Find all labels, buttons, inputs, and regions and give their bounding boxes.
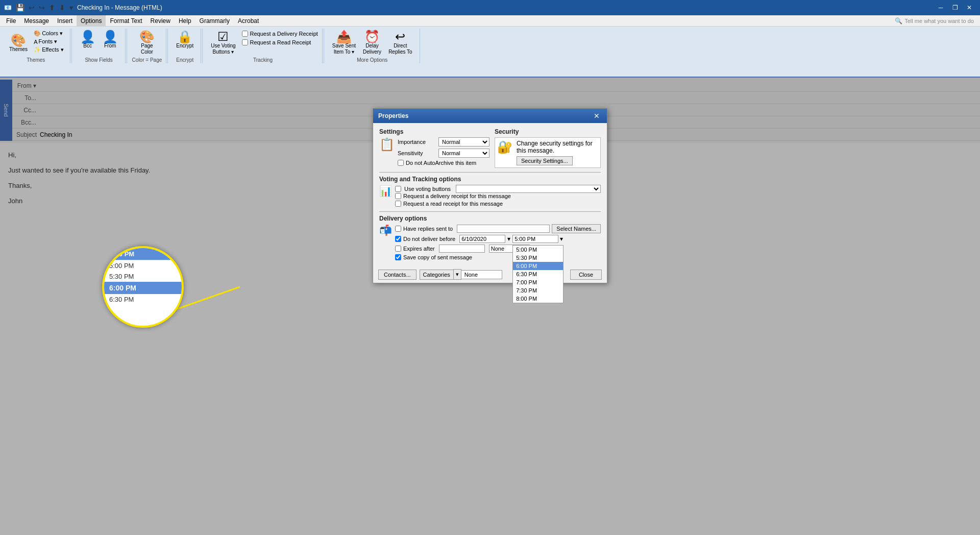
minimize-button[interactable]: ─ <box>934 2 947 13</box>
categories-button[interactable]: Categories <box>420 270 453 280</box>
magnifier: 5:00 PM 5:00 PM 5:30 PM 6:00 PM 6:30 PM <box>102 246 184 328</box>
title-bar-left: 📧 💾 ↩ ↪ ⬆ ⬇ ▾ Checking In - Message (HTM… <box>4 3 162 13</box>
do-not-deliver-label: Do not deliver before <box>403 236 455 242</box>
themes-button[interactable]: 🎨 Themes <box>6 33 31 54</box>
sensitivity-select[interactable]: Normal Personal Private Confidential <box>438 149 489 158</box>
menu-insert[interactable]: Insert <box>53 15 77 26</box>
select-names-button[interactable]: Select Names... <box>552 224 601 233</box>
colors-label: Colors ▾ <box>42 30 63 37</box>
close-button[interactable]: ✕ <box>963 2 976 13</box>
menu-review[interactable]: Review <box>146 15 175 26</box>
security-settings-button[interactable]: Security Settings... <box>517 156 573 165</box>
use-voting-label: Use voting buttons <box>404 186 451 192</box>
effects-button[interactable]: ✨ Effects ▾ <box>32 46 65 54</box>
do-not-deliver-checkbox[interactable] <box>395 236 401 242</box>
dialog-overlay: Properties ✕ Settings 📋 <box>0 78 980 535</box>
encrypt-icon: 🔒 <box>177 31 192 43</box>
contacts-button[interactable]: Contacts... <box>378 270 416 280</box>
menu-acrobat[interactable]: Acrobat <box>234 15 263 26</box>
voting-buttons-select[interactable]: Approve;Reject Yes;No Yes;No;Maybe <box>456 185 601 193</box>
moreoptions-buttons: 📤 Save SentItem To ▾ ⏰ DelayDelivery ↩ D… <box>329 30 415 56</box>
page-color-button[interactable]: 🎨 PageColor <box>136 30 158 56</box>
ribbon-group-pagecolor: 🎨 PageColor Color = Page <box>128 29 167 63</box>
title-bar: 📧 💾 ↩ ↪ ⬆ ⬇ ▾ Checking In - Message (HTM… <box>0 0 980 15</box>
importance-select[interactable]: Normal High Low <box>438 137 489 147</box>
colors-button[interactable]: 🎨 Colors ▾ <box>32 30 65 37</box>
menu-message[interactable]: Message <box>20 15 53 26</box>
encrypt-label: Encrypt <box>176 43 193 49</box>
time-option-630[interactable]: 6:30 PM <box>513 270 563 278</box>
ribbon-group-themes: 🎨 Themes 🎨 Colors ▾ A Fonts ▾ <box>2 29 70 63</box>
up-quick-btn[interactable]: ⬆ <box>48 3 56 13</box>
have-replies-input[interactable] <box>457 225 550 233</box>
do-not-deliver-time-input[interactable] <box>512 235 558 243</box>
compose-window: Send From ▾ To... Cc... Bcc... <box>0 78 980 535</box>
delay-delivery-button[interactable]: ⏰ DelayDelivery <box>360 30 384 56</box>
have-replies-row: Have replies sent to Select Names... <box>395 224 601 233</box>
title-bar-controls: ─ ❐ ✕ <box>934 2 976 13</box>
time-option-800[interactable]: 8:00 PM <box>513 295 563 303</box>
read-receipt-checkbox[interactable] <box>242 39 248 45</box>
down-quick-btn[interactable]: ⬇ <box>58 3 66 13</box>
menu-search[interactable]: 🔍 Tell me what you want to do <box>891 15 978 26</box>
encrypt-button[interactable]: 🔒 Encrypt <box>173 30 197 50</box>
security-content: 🔐 Change security settings for this mess… <box>495 137 601 168</box>
use-voting-button[interactable]: ☑ Use VotingButtons ▾ <box>208 30 238 56</box>
bcc-button[interactable]: 👤 Bcc <box>77 30 99 50</box>
save-sent-icon: 📤 <box>336 31 352 43</box>
voting-title: Voting and Tracking options <box>379 176 601 183</box>
date-dropdown-icon: ▾ <box>507 235 510 242</box>
from-label: From <box>104 43 116 49</box>
save-copy-checkbox[interactable] <box>395 254 401 260</box>
time-option-700[interactable]: 7:00 PM <box>513 278 563 286</box>
delivery-receipt-row[interactable]: Request a Delivery Receipt <box>242 31 318 37</box>
expires-after-row: Expires after <box>395 245 601 253</box>
autoarchive-row: Do not AutoArchive this item <box>398 160 489 166</box>
expires-date-input[interactable] <box>439 245 485 253</box>
use-voting-checkbox[interactable] <box>395 186 401 192</box>
time-option-500[interactable]: 5:00 PM <box>513 246 563 254</box>
menu-format-text[interactable]: Format Text <box>106 15 146 26</box>
themes-icon: 🎨 <box>11 34 26 46</box>
read-receipt-row[interactable]: Request a Read Receipt <box>242 39 318 45</box>
menu-grammarly[interactable]: Grammarly <box>195 15 234 26</box>
time-dropdown-container: 5:00 PM 5:30 PM 6:00 PM 6:30 PM 7:00 PM … <box>512 245 519 263</box>
direct-replies-button[interactable]: ↩ DirectReplies To <box>385 30 415 56</box>
have-replies-checkbox[interactable] <box>395 226 401 232</box>
delivery-receipt-checkbox[interactable] <box>242 31 248 37</box>
security-title: Security <box>495 128 601 135</box>
more-quick-btn[interactable]: ▾ <box>68 3 74 13</box>
effects-label: Effects ▾ <box>42 46 63 53</box>
time-option-730[interactable]: 7:30 PM <box>513 286 563 295</box>
fonts-button[interactable]: A Fonts ▾ <box>32 38 65 45</box>
security-text: Change security settings for this messag… <box>517 140 598 154</box>
expires-checkbox[interactable] <box>395 246 401 252</box>
request-delivery-checkbox[interactable] <box>395 193 401 199</box>
fonts-label: Fonts ▾ <box>38 38 57 45</box>
categories-dropdown-button[interactable]: ▾ <box>453 269 461 280</box>
undo-quick-btn[interactable]: ↩ <box>28 3 36 13</box>
save-sent-button[interactable]: 📤 Save SentItem To ▾ <box>329 30 359 56</box>
menu-help[interactable]: Help <box>175 15 195 26</box>
close-dialog-button[interactable]: Close <box>570 270 602 280</box>
security-lock-icon: 🔐 <box>497 140 512 154</box>
do-not-deliver-date-input[interactable] <box>459 235 505 243</box>
redo-quick-btn[interactable]: ↪ <box>38 3 46 13</box>
from-button[interactable]: 👤 From <box>100 30 121 50</box>
restore-button[interactable]: ❐ <box>948 2 962 13</box>
menu-options[interactable]: Options <box>77 15 106 26</box>
dialog-footer: Contacts... Categories ▾ None Close <box>373 267 607 283</box>
menu-file[interactable]: File <box>2 15 20 26</box>
time-option-600[interactable]: 6:00 PM <box>513 262 563 270</box>
autoarchive-checkbox[interactable] <box>398 160 404 166</box>
request-read-checkbox[interactable] <box>395 201 401 207</box>
time-option-530[interactable]: 5:30 PM <box>513 254 563 262</box>
ribbon-group-moreoptions: 📤 Save SentItem To ▾ ⏰ DelayDelivery ↩ D… <box>325 29 420 63</box>
separator2 <box>127 29 127 63</box>
dialog-title: Properties <box>378 112 408 119</box>
settings-content: 📋 Importance Normal High Low <box>379 137 489 167</box>
voting-options: Use voting buttons Approve;Reject Yes;No… <box>395 185 601 208</box>
save-copy-label: Save copy of sent message <box>403 254 472 260</box>
save-quick-btn[interactable]: 💾 <box>15 3 26 13</box>
dialog-close-button[interactable]: ✕ <box>592 112 602 120</box>
